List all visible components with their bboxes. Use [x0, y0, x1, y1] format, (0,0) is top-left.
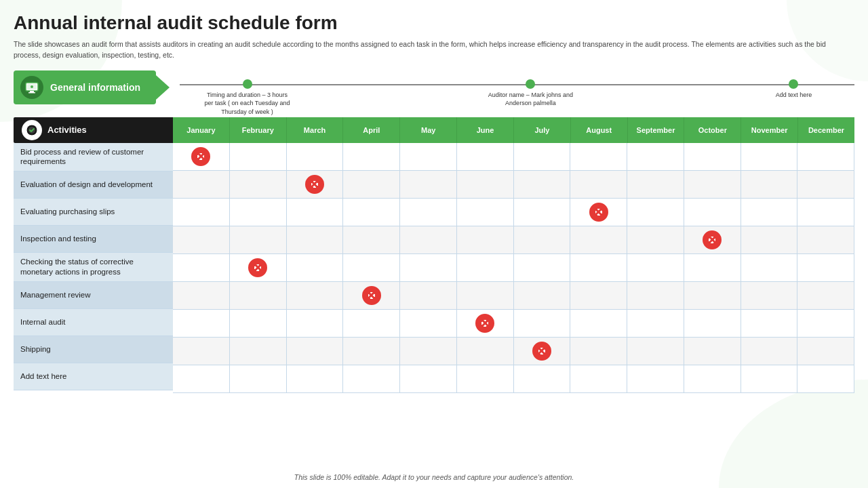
grid-cell: [230, 226, 287, 253]
grid-cell: [400, 254, 457, 281]
grid-cell: [287, 338, 344, 365]
month-header-december: December: [798, 117, 854, 143]
grid-cell: [230, 171, 287, 198]
grid-cell: [797, 226, 854, 253]
grid-cell: [627, 282, 684, 309]
grid-cell: [741, 143, 798, 170]
grid-cell: [797, 338, 854, 365]
schedule-table: Activities Bid process and review of cus…: [14, 117, 854, 393]
grid-cell: [514, 199, 571, 226]
activities-list: Bid process and review of customer requi…: [14, 143, 173, 391]
x-mark: [589, 203, 608, 222]
grid-cell: [797, 365, 854, 392]
grid-cell: [627, 143, 684, 170]
grid-cell: [287, 365, 344, 392]
grid-cell: [343, 143, 400, 170]
footer-note: This slide is 100% editable. Adapt it to…: [0, 473, 868, 481]
grid-cell: [684, 310, 741, 337]
grid-cell: [343, 171, 400, 198]
grid-cell: [627, 365, 684, 392]
grid-cell: [287, 254, 344, 281]
grid-cell: [457, 310, 514, 337]
grid-cell: [797, 171, 854, 198]
grid-cell: [514, 310, 571, 337]
grid-cell: [514, 171, 571, 198]
grid-cell: [173, 365, 230, 392]
x-mark: [305, 175, 324, 194]
month-header-march: March: [287, 117, 344, 143]
grid-cell: [400, 226, 457, 253]
grid-cell: [797, 254, 854, 281]
grid-cell: [343, 338, 400, 365]
timeline-label-2: Auditor name – Mark johns and Anderson p…: [486, 91, 574, 108]
grid-cell: [457, 199, 514, 226]
grid-cell: [287, 171, 344, 198]
svg-point-4: [31, 85, 33, 88]
grid-cell: [514, 226, 571, 253]
grid-cell: [230, 199, 287, 226]
x-mark: [475, 314, 494, 333]
grid-cell: [627, 254, 684, 281]
grid-cell: [570, 171, 627, 198]
grid-cell: [287, 199, 344, 226]
grid-cell: [684, 282, 741, 309]
grid-cell: [741, 171, 798, 198]
grid-row: [173, 254, 854, 282]
grid-cell: [287, 226, 344, 253]
grid-cell: [627, 199, 684, 226]
grid-cell: [570, 199, 627, 226]
activity-row: Internal audit: [14, 309, 173, 336]
grid-cell: [173, 199, 230, 226]
grid-cell: [797, 143, 854, 170]
grid-cell: [741, 282, 798, 309]
x-mark: [703, 230, 722, 249]
timeline-dot-2: [526, 79, 535, 89]
grid-cell: [400, 282, 457, 309]
grid-cell: [797, 199, 854, 226]
grid-cell: [684, 338, 741, 365]
grid-row: [173, 365, 854, 393]
grid-cell: [343, 226, 400, 253]
grid-cell: [457, 365, 514, 392]
gen-info-arrow: [156, 75, 170, 100]
month-header-february: February: [230, 117, 287, 143]
grid-cell: [741, 199, 798, 226]
grid-cell: [400, 143, 457, 170]
grid-cell: [173, 226, 230, 253]
grid-cell: [570, 338, 627, 365]
grid-cell: [173, 254, 230, 281]
grid-cell: [230, 310, 287, 337]
grid-cell: [173, 282, 230, 309]
grid-cell: [627, 171, 684, 198]
activity-row: Shipping: [14, 336, 173, 363]
svg-rect-2: [28, 92, 35, 94]
month-header-october: October: [684, 117, 741, 143]
grid-cell: [514, 143, 571, 170]
grid-cell: [514, 282, 571, 309]
grid-cell: [570, 226, 627, 253]
grid-cell: [684, 365, 741, 392]
months-header-row: JanuaryFebruaryMarchAprilMayJuneJulyAugu…: [173, 117, 854, 143]
month-header-july: July: [514, 117, 571, 143]
page-title: Annual internal audit schedule form: [14, 12, 854, 34]
grid-cell: [230, 143, 287, 170]
grid-cell: [400, 310, 457, 337]
grid-cell: [457, 254, 514, 281]
month-header-september: September: [628, 117, 685, 143]
x-mark: [248, 258, 267, 277]
month-header-january: January: [173, 117, 230, 143]
grid-cell: [684, 143, 741, 170]
grid-cell: [514, 338, 571, 365]
grid-cell: [400, 171, 457, 198]
activities-header-label: Activities: [47, 125, 87, 135]
x-mark: [362, 286, 381, 305]
month-header-june: June: [457, 117, 514, 143]
month-header-april: April: [343, 117, 400, 143]
grid-cell: [287, 310, 344, 337]
grid-row: [173, 199, 854, 226]
activity-row: Management review: [14, 282, 173, 309]
grid-cell: [627, 338, 684, 365]
grid-row: [173, 143, 854, 171]
grid-cell: [570, 282, 627, 309]
activities-column: Activities Bid process and review of cus…: [14, 117, 173, 393]
